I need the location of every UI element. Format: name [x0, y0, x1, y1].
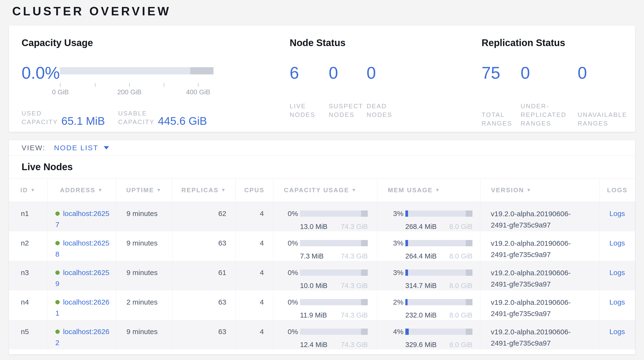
memory-bar-reserved-segment [466, 328, 472, 335]
node-replicas-cell: 63 [172, 320, 236, 349]
node-memory-cell: 2% 232.0 MiB 8.0 GiB [377, 290, 480, 320]
memory-percent-label: 3% [377, 267, 404, 278]
logs-link[interactable]: Logs [610, 328, 625, 335]
table-body: n1 localhost:26257 9 minutes 62 4 0% 13.… [9, 202, 635, 354]
memory-usage-bar [406, 211, 472, 217]
view-selected-value[interactable]: NODE LIST [54, 144, 98, 152]
column-header-id[interactable]: ID▼ [9, 178, 48, 202]
node-address-cell: localhost:26257 [48, 202, 116, 231]
node-address-link[interactable]: localhost:26262 [55, 328, 109, 346]
capacity-percent-label: 0% [273, 208, 298, 219]
memory-total-value: 8.0 GiB [449, 221, 472, 231]
replication-status-section: Replication Status 75 0 0 TOTAL RANGES U… [482, 38, 635, 132]
usable-capacity-value: 445.6 GiB [158, 116, 207, 126]
memory-percent-label: 2% [377, 297, 404, 308]
memory-used-value: 232.0 MiB [406, 310, 437, 320]
logs-link[interactable]: Logs [610, 298, 625, 306]
sort-arrow-icon: ▼ [98, 188, 103, 193]
capacity-total-value: 74.3 GiB [341, 310, 368, 320]
node-address-cell: localhost:26261 [48, 290, 116, 320]
node-live-status-icon [55, 300, 60, 304]
node-live-status-icon [55, 329, 60, 334]
node-version-cell: v19.2.0-alpha.20190606-2491-gfe735c9a97 [480, 202, 600, 231]
node-uptime-cell: 9 minutes [116, 231, 172, 261]
column-header-uptime[interactable]: UPTIME▼ [116, 178, 172, 202]
table-row: n5 localhost:26262 9 minutes 63 4 0% 12.… [9, 320, 635, 349]
capacity-total-value: 74.3 GiB [341, 221, 368, 231]
node-address-link[interactable]: localhost:26261 [55, 298, 109, 317]
sort-arrow-icon: ▼ [30, 188, 36, 193]
suspect-nodes-count: 0 [329, 64, 366, 82]
node-capacity-cell: 0% 13.0 MiB 74.3 GiB [273, 202, 377, 231]
total-ranges-label: TOTAL RANGES [482, 110, 520, 128]
memory-total-value: 8.0 GiB [449, 280, 472, 290]
memory-used-value: 314.7 MiB [406, 280, 437, 290]
column-header-capacity[interactable]: CAPACITY USAGE▼ [273, 178, 377, 202]
logs-link[interactable]: Logs [610, 210, 625, 218]
node-id-cell: n2 [9, 231, 48, 261]
used-capacity-stat: USED CAPACITY 65.1 MiB [22, 109, 118, 126]
capacity-usage-title: Capacity Usage [22, 38, 290, 49]
node-live-status-icon [55, 212, 60, 216]
logs-link[interactable]: Logs [610, 239, 625, 247]
capacity-used-value: 10.0 MiB [300, 280, 327, 290]
suspect-nodes-label: SUSPECT NODES [329, 102, 366, 119]
under-replicated-count: 0 [520, 64, 578, 82]
memory-percent-label: 3% [377, 238, 404, 249]
capacity-bar [60, 64, 214, 82]
column-header-version[interactable]: VERSION▼ [480, 178, 600, 202]
capacity-percent-label: 0% [273, 326, 298, 337]
under-replicated-label: UNDER- REPLICATED RANGES [520, 102, 578, 128]
axis-label: 200 GiB [117, 88, 141, 96]
node-logs-cell: Logs [600, 202, 635, 231]
capacity-percent-label: 0% [273, 238, 298, 249]
nodes-panel: VIEW: NODE LIST Live Nodes ID▼ ADDRESS▼ … [8, 140, 636, 354]
node-version-cell: v19.2.0-alpha.20190606-2491-gfe735c9a97 [480, 231, 600, 261]
node-cpus-cell: 4 [236, 290, 273, 320]
node-address-cell: localhost:26259 [48, 261, 116, 290]
table-row: n3 localhost:26259 9 minutes 61 4 0% 10.… [9, 261, 635, 290]
node-memory-cell: 3% 314.7 MiB 8.0 GiB [377, 261, 480, 290]
capacity-bar-reserved-segment [361, 211, 368, 217]
table-row: n1 localhost:26257 9 minutes 62 4 0% 13.… [9, 202, 635, 231]
live-nodes-label: LIVE NODES [290, 102, 329, 119]
node-uptime-cell: 9 minutes [116, 320, 172, 349]
node-live-status-icon [55, 270, 60, 275]
total-ranges-count: 75 [482, 64, 520, 82]
node-capacity-cell: 0% 10.0 MiB 74.3 GiB [273, 261, 377, 290]
node-logs-cell: Logs [600, 320, 635, 349]
used-capacity-label: CAPACITY [22, 118, 58, 126]
table-row: n4 localhost:26261 2 minutes 63 4 0% 11.… [9, 290, 635, 320]
live-nodes-count: 6 [290, 64, 329, 82]
column-header-cpus: CPUS [236, 178, 273, 202]
usable-capacity-label: CAPACITY [118, 118, 154, 126]
capacity-usage-bar [300, 299, 368, 305]
column-header-address[interactable]: ADDRESS▼ [48, 178, 116, 202]
capacity-used-value: 13.0 MiB [300, 221, 327, 231]
node-cpus-cell: 4 [236, 320, 273, 349]
memory-usage-bar [406, 270, 472, 276]
node-uptime-cell: 2 minutes [116, 290, 172, 320]
node-address-link[interactable]: localhost:26259 [55, 269, 109, 287]
column-header-memory[interactable]: MEM USAGE▼ [377, 178, 480, 202]
live-nodes-title: Live Nodes [22, 161, 635, 173]
memory-usage-bar [406, 240, 472, 246]
memory-usage-bar [406, 328, 472, 335]
node-capacity-cell: 0% 12.4 MiB 74.3 GiB [273, 320, 377, 349]
logs-link[interactable]: Logs [610, 269, 625, 276]
sort-arrow-icon: ▼ [221, 188, 226, 193]
column-header-replicas[interactable]: REPLICAS▼ [172, 178, 236, 202]
node-address-cell: localhost:26258 [48, 231, 116, 261]
view-selector-dropdown[interactable]: NODE LIST [54, 144, 109, 152]
node-address-link[interactable]: localhost:26257 [55, 210, 109, 229]
node-id-cell: n3 [9, 261, 48, 290]
memory-percent-label: 3% [377, 208, 404, 219]
sort-arrow-icon: ▼ [526, 188, 532, 193]
capacity-percent: 0.0% [22, 64, 60, 82]
used-capacity-value: 65.1 MiB [61, 116, 105, 126]
memory-bar-reserved-segment [466, 240, 472, 246]
sort-arrow-icon: ▼ [352, 188, 357, 193]
table-row: n2 localhost:26258 9 minutes 63 4 0% 7.3… [9, 231, 635, 261]
node-address-link[interactable]: localhost:26258 [55, 239, 109, 258]
view-label: VIEW: [22, 144, 45, 152]
